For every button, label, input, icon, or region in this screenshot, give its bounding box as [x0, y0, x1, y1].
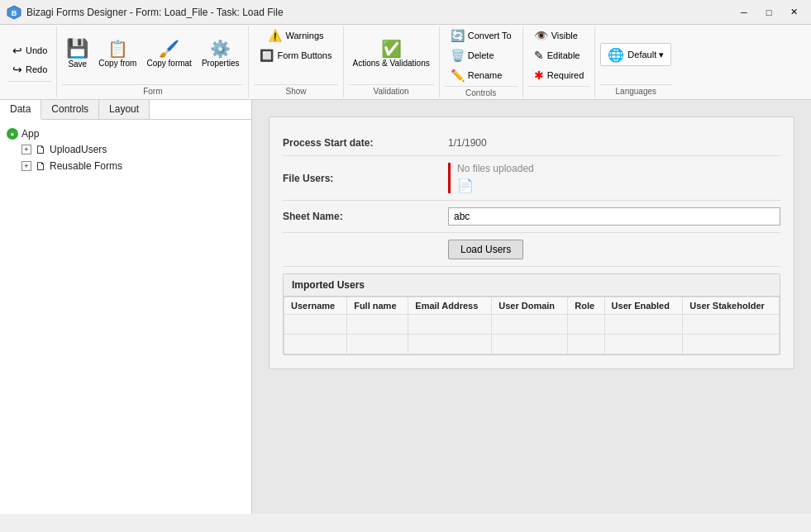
col-stakeholder: User Stakeholder — [683, 297, 780, 315]
show-group-items: ⚠️ Warnings 🔲 Form Buttons — [254, 26, 337, 83]
form-group: 💾 Save 📋 Copy from 🖌️ Copy format ⚙️ Pro… — [57, 26, 249, 97]
undo-label: Undo — [26, 45, 47, 55]
process-start-date-row: Process Start date: 1/1/1900 — [283, 131, 780, 156]
file-upload-area[interactable]: No files uploaded 📄 — [448, 163, 780, 193]
left-panel: Data Controls Layout ● App + 🗋 UploadUse… — [0, 100, 252, 514]
actions-validations-icon: ✅ — [381, 40, 402, 57]
visibility-group-items: 👁️ Visible ✎ Editable ✱ Required — [528, 26, 590, 84]
col-domain: User Domain — [492, 297, 568, 315]
rename-label: Rename — [468, 70, 503, 80]
delete-button[interactable]: 🗑️ Delete — [445, 46, 518, 64]
form-group-items: 💾 Save 📋 Copy from 🖌️ Copy format ⚙️ Pro… — [62, 26, 243, 83]
imported-users-section: Imported Users Username Full name Email … — [283, 273, 780, 355]
window-controls: ─ □ ✕ — [733, 4, 804, 21]
rename-button[interactable]: ✏️ Rename — [445, 66, 518, 84]
delete-icon: 🗑️ — [451, 49, 465, 62]
tree-item-upload-users[interactable]: + 🗋 UploadUsers — [7, 141, 245, 158]
form-buttons-label: Form Buttons — [277, 50, 332, 60]
close-button[interactable]: ✕ — [783, 4, 804, 21]
form-buttons-button[interactable]: 🔲 Form Buttons — [254, 46, 337, 64]
warnings-label: Warnings — [285, 31, 323, 40]
undo-button[interactable]: ↩ Undo — [8, 41, 51, 59]
form-area: Process Start date: 1/1/1900 File Users:… — [252, 100, 811, 514]
col-username: Username — [284, 297, 347, 315]
ribbon-content: ↩ Undo ↪ Redo 💾 Save 📋 Copy from — [0, 25, 811, 99]
rename-icon: ✏️ — [451, 69, 465, 82]
visibility-group: 👁️ Visible ✎ Editable ✱ Required — [523, 26, 596, 97]
visible-icon: 👁️ — [534, 29, 548, 42]
copy-from-icon: 📋 — [107, 40, 128, 57]
copy-format-button[interactable]: 🖌️ Copy format — [142, 31, 195, 78]
default-language-button[interactable]: 🌐 Default ▾ — [600, 43, 671, 66]
convert-to-label: Convert To — [468, 31, 512, 40]
app-node-icon: ● — [7, 128, 18, 140]
reusable-forms-expander[interactable]: + — [21, 161, 31, 171]
imported-table-header: Username Full name Email Address User Do… — [284, 297, 780, 315]
sheet-name-label: Sheet Name: — [283, 211, 448, 222]
copy-from-button[interactable]: 📋 Copy from — [94, 31, 141, 78]
editable-icon: ✎ — [534, 49, 544, 62]
load-users-button[interactable]: Load Users — [448, 240, 523, 259]
editable-button[interactable]: ✎ Editable — [528, 46, 590, 64]
language-icon: 🌐 — [608, 47, 624, 63]
reusable-forms-icon: 🗋 — [35, 159, 46, 173]
visible-button[interactable]: 👁️ Visible — [528, 26, 590, 45]
copy-format-label: Copy format — [146, 59, 191, 69]
ribbon: ↩ Undo ↪ Redo 💾 Save 📋 Copy from — [0, 25, 811, 100]
controls-group-items: 🔄 Convert To 🗑️ Delete ✏️ Rename — [445, 26, 518, 84]
convert-to-button[interactable]: 🔄 Convert To — [445, 26, 518, 45]
sheet-name-input[interactable] — [448, 207, 780, 226]
form-group-label: Form — [62, 84, 243, 97]
editable-label: Editable — [547, 50, 580, 60]
warnings-button[interactable]: ⚠️ Warnings — [262, 26, 329, 45]
save-button[interactable]: 💾 Save — [62, 31, 93, 78]
save-label: Save — [68, 59, 87, 69]
required-icon: ✱ — [534, 69, 544, 82]
imported-users-table: Username Full name Email Address User Do… — [284, 297, 780, 354]
panel-content: ● App + 🗋 UploadUsers + 🗋 Reusable Forms — [0, 120, 251, 514]
panel-tabs: Data Controls Layout — [0, 100, 251, 120]
tab-controls[interactable]: Controls — [41, 100, 99, 119]
redo-button[interactable]: ↪ Redo — [8, 60, 51, 78]
form-buttons-icon: 🔲 — [260, 49, 274, 62]
file-upload-text: No files uploaded — [457, 163, 780, 174]
col-email: Email Address — [408, 297, 492, 315]
window-title: Bizagi Forms Designer - Form: Load_File … — [26, 7, 733, 18]
maximize-button[interactable]: □ — [758, 4, 780, 21]
required-button[interactable]: ✱ Required — [528, 66, 590, 84]
actions-validations-label: Actions & Validations — [353, 59, 430, 69]
copy-format-icon: 🖌️ — [159, 40, 179, 57]
app-icon: B — [7, 5, 21, 20]
upload-users-expander[interactable]: + — [21, 145, 31, 154]
tree-item-reusable-forms[interactable]: + 🗋 Reusable Forms — [7, 158, 245, 174]
col-fullname: Full name — [347, 297, 408, 315]
redo-icon: ↪ — [12, 63, 22, 76]
show-group-label: Show — [254, 84, 337, 97]
file-upload-icon: 📄 — [457, 178, 780, 193]
tab-data[interactable]: Data — [0, 100, 41, 120]
process-start-date-value: 1/1/1900 — [448, 137, 780, 149]
warnings-icon: ⚠️ — [268, 29, 282, 42]
required-label: Required — [547, 70, 584, 80]
copy-from-label: Copy from — [98, 59, 136, 69]
minimize-button[interactable]: ─ — [733, 4, 755, 21]
validation-group-label: Validation — [349, 84, 434, 97]
tab-layout[interactable]: Layout — [99, 100, 150, 119]
languages-group-items: 🌐 Default ▾ — [600, 26, 671, 83]
load-users-row: Load Users — [283, 233, 780, 267]
file-users-row: File Users: No files uploaded 📄 — [283, 156, 780, 201]
redo-label: Redo — [26, 64, 47, 74]
col-role: Role — [568, 297, 604, 315]
table-row — [284, 315, 780, 335]
main-area: Data Controls Layout ● App + 🗋 UploadUse… — [0, 100, 811, 514]
imported-table-body — [284, 315, 780, 354]
default-language-label: Default ▾ — [627, 50, 664, 60]
actions-validations-button[interactable]: ✅ Actions & Validations — [349, 31, 434, 78]
tree-item-app[interactable]: ● App — [7, 126, 245, 141]
process-start-date-label: Process Start date: — [283, 137, 448, 149]
delete-label: Delete — [468, 50, 494, 60]
save-icon: 💾 — [66, 40, 88, 58]
form-card: Process Start date: 1/1/1900 File Users:… — [269, 116, 794, 369]
controls-group-label: Controls — [445, 86, 518, 99]
properties-button[interactable]: ⚙️ Properties — [198, 31, 244, 78]
